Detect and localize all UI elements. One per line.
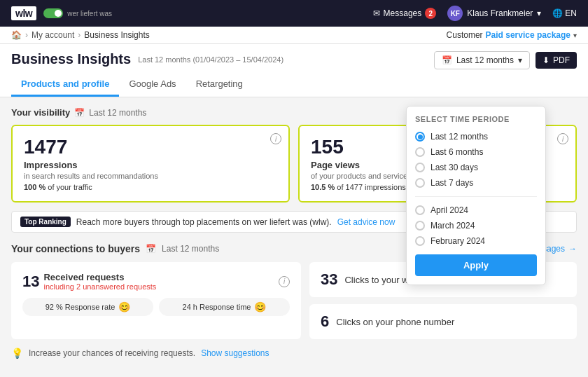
impressions-label: Impressions: [24, 160, 277, 170]
messages-badge: 2: [425, 8, 436, 19]
download-icon: ⬇: [542, 55, 550, 65]
nav-right: ✉ Messages 2 KF Klaus Frankmeier ▾ 🌐 EN: [373, 6, 577, 21]
suggestions-text: Increase your chances of receiving reque…: [29, 348, 195, 358]
connections-period: Last 12 months: [162, 244, 219, 254]
response-time-label: 24 h Response time: [183, 303, 251, 311]
radio-last-7-days[interactable]: Last 7 days: [415, 175, 537, 191]
message-icon: ✉: [373, 8, 380, 18]
customer-badge: Customer Paid service package ▾: [447, 30, 577, 40]
top-navigation: wlw wer liefert was ✉ Messages 2 KF Klau…: [0, 0, 588, 27]
radio-label-2: Last 30 days: [430, 163, 478, 172]
breadcrumb: 🏠 › My account › Business Insights: [11, 30, 150, 40]
radio-feb-2024[interactable]: February 2024: [415, 233, 537, 249]
globe-icon: 🌐: [552, 8, 563, 18]
dropdown-divider: [415, 196, 537, 197]
response-rate-label: 92 % Response rate: [46, 303, 115, 311]
logo-subtitle: wer liefert was: [67, 10, 112, 18]
radio-circle-5: [415, 221, 425, 231]
radio-april-2024[interactable]: April 2024: [415, 203, 537, 218]
radio-circle-0: [415, 132, 425, 142]
service-label: Paid service package: [486, 30, 570, 40]
radio-label-3: Last 7 days: [430, 178, 473, 188]
messages-button[interactable]: ✉ Messages 2: [373, 8, 437, 19]
radio-last-6-months[interactable]: Last 6 months: [415, 144, 537, 160]
radio-last-12-months[interactable]: Last 12 months: [415, 129, 537, 144]
chevron-down-icon[interactable]: ▾: [573, 32, 577, 39]
page-header: Business Insights Last 12 months (01/04/…: [0, 44, 588, 67]
radio-march-2024[interactable]: March 2024: [415, 218, 537, 233]
top-ranking-badge: Top Ranking: [20, 217, 71, 227]
logo: wlw: [11, 6, 36, 20]
connections-title: Your connections to buyers: [11, 243, 140, 254]
clicks-phone-card: 6 Clicks on your phone number: [309, 304, 577, 339]
dropdown-chevron-icon: ▾: [518, 55, 522, 65]
connections-title-row: Your connections to buyers 📅 Last 12 mon…: [11, 243, 219, 254]
response-rate-stat: 92 % Response rate 😊: [22, 298, 153, 316]
period-dropdown-button[interactable]: 📅 Last 12 months ▾: [434, 51, 530, 69]
connections-arrow-icon: →: [568, 244, 577, 254]
clicks-phone-number: 6: [321, 313, 329, 331]
bulb-icon: 💡: [11, 348, 23, 359]
requests-info-icon[interactable]: i: [279, 276, 290, 287]
calendar-small-icon: 📅: [74, 108, 85, 118]
impressions-pct: 100 % of your traffic: [24, 183, 277, 191]
language-button[interactable]: 🌐 EN: [552, 8, 577, 18]
apply-button[interactable]: Apply: [415, 254, 537, 276]
top-ranking-text: Reach more buyers through top placements…: [76, 217, 332, 227]
pageviews-pct-label: of 1477 impressions: [337, 183, 405, 191]
clicks-phone-label: Clicks on your phone number: [336, 317, 454, 327]
requests-unanswered: including 2 unanswered requests: [43, 282, 156, 291]
impressions-info-icon[interactable]: i: [270, 133, 281, 144]
tab-products-profile[interactable]: Products and profile: [11, 73, 119, 97]
customer-label: Customer: [447, 30, 483, 40]
impressions-sub: in search results and recommandations: [24, 172, 277, 180]
visibility-title: Your visibility: [11, 107, 70, 118]
radio-label-0: Last 12 months: [430, 132, 488, 142]
user-name: Klaus Frankmeier: [467, 8, 533, 18]
breadcrumb-bar: 🏠 › My account › Business Insights Custo…: [0, 27, 588, 44]
suggestions-link[interactable]: Show suggestions: [201, 348, 269, 358]
user-chevron-icon: ▾: [537, 8, 541, 18]
requests-number: 13: [22, 273, 39, 291]
requests-row: 13 Received requests including 2 unanswe…: [22, 272, 290, 291]
advice-link[interactable]: Get advice now: [337, 217, 396, 227]
page-title: Business Insights: [11, 51, 131, 67]
impressions-number: 1477: [24, 136, 277, 158]
tab-retargeting[interactable]: Retargeting: [186, 73, 253, 97]
visibility-period: Last 12 months: [89, 108, 146, 118]
nav-toggle[interactable]: [43, 8, 63, 18]
pdf-label: PDF: [553, 55, 570, 65]
breadcrumb-current: Business Insights: [84, 30, 149, 40]
breadcrumb-separator2: ›: [78, 30, 80, 40]
radio-circle-4: [415, 205, 425, 215]
pdf-button[interactable]: ⬇ PDF: [536, 52, 577, 69]
response-rate-icon: 😊: [118, 301, 130, 313]
radio-circle-3: [415, 178, 425, 188]
response-time-stat: 24 h Response time 😊: [159, 298, 290, 316]
radio-label-1: Last 6 months: [430, 147, 483, 157]
period-dropdown-panel: Select time periode Last 12 months Last …: [406, 106, 546, 285]
language-label: EN: [565, 8, 577, 18]
breadcrumb-separator: ›: [25, 30, 28, 40]
clicks-website-number: 33: [321, 270, 337, 289]
home-icon[interactable]: 🏠: [11, 30, 22, 40]
radio-label-5: March 2024: [430, 221, 475, 231]
suggestions-bar: 💡 Increase your chances of receiving req…: [11, 348, 577, 359]
user-avatar: KF: [447, 6, 463, 21]
breadcrumb-my-account[interactable]: My account: [31, 30, 74, 40]
stats-row: 92 % Response rate 😊 24 h Response time …: [22, 298, 290, 316]
tab-google-ads[interactable]: Google Ads: [119, 73, 186, 97]
tabs-bar: Products and profile Google Ads Retarget…: [0, 73, 588, 97]
radio-circle-6: [415, 236, 425, 246]
date-range: Last 12 months (01/04/2023 – 15/04/2024): [138, 55, 284, 64]
radio-label-6: February 2024: [430, 236, 485, 246]
radio-circle-1: [415, 147, 425, 157]
impressions-pct-value: 100 %: [24, 183, 46, 191]
connections-left-card: 13 Received requests including 2 unanswe…: [11, 262, 301, 339]
radio-last-30-days[interactable]: Last 30 days: [415, 160, 537, 175]
calendar-icon: 📅: [442, 55, 452, 65]
messages-label: Messages: [384, 8, 422, 18]
radio-label-4: April 2024: [430, 205, 468, 215]
pageviews-info-icon[interactable]: i: [557, 133, 568, 144]
user-button[interactable]: KF Klaus Frankmeier ▾: [447, 6, 541, 21]
